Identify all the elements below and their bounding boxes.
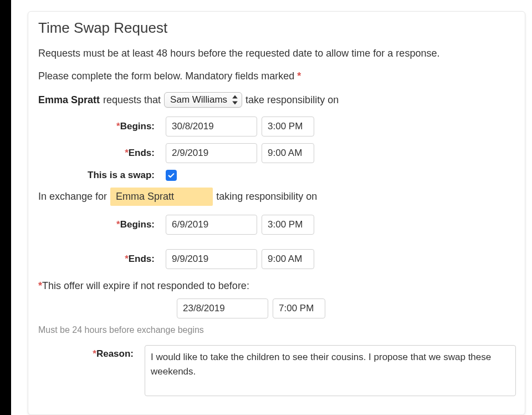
first-begins-row: *Begins: 30/8/2019 3:00 PM [38, 117, 516, 136]
expiry-label: *This offer will expire if not responded… [38, 280, 516, 292]
expiry-label-text: This offer will expire if not responded … [42, 280, 249, 291]
first-begins-date-input[interactable]: 30/8/2019 [166, 117, 257, 136]
first-ends-label: *Ends: [38, 148, 166, 159]
ends-label-text: Ends: [129, 148, 155, 158]
expiry-time-input[interactable]: 7:00 PM [273, 298, 325, 318]
exchange-name-highlight: Emma Spratt [110, 188, 213, 206]
request-part1: requests that [103, 94, 161, 106]
request-sentence: Emma Spratt requests that Sam Williams t… [38, 92, 516, 108]
expiry-hint: Must be 24 hours before exchange begins [38, 325, 516, 335]
request-part2: take responsibility on [245, 94, 339, 106]
second-begins-date-input[interactable]: 6/9/2019 [166, 215, 257, 235]
time-swap-card: Time Swap Request Requests must be at le… [28, 11, 525, 415]
is-swap-row: This is a swap: [38, 170, 516, 181]
page-title: Time Swap Request [38, 19, 516, 37]
helper-mandatory-text: Please complete the form below. Mandator… [38, 70, 297, 82]
asterisk-icon: * [125, 254, 129, 264]
second-begins-label: *Begins: [38, 219, 166, 230]
reason-label-text: Reason: [96, 348, 134, 359]
is-swap-checkbox[interactable] [166, 170, 177, 181]
first-begins-label: *Begins: [38, 121, 166, 132]
asterisk-icon: * [116, 219, 120, 230]
second-ends-date-input[interactable]: 9/9/2019 [166, 249, 257, 269]
is-swap-label: This is a swap: [38, 170, 166, 181]
begins-label-text-2: Begins: [120, 219, 155, 230]
check-icon [167, 171, 175, 179]
asterisk-icon: * [38, 280, 42, 291]
reason-textarea[interactable]: I would like to take the children to see… [145, 345, 516, 396]
first-begins-time-input[interactable]: 3:00 PM [262, 117, 314, 136]
responder-select-value: Sam Williams [170, 94, 227, 105]
responder-select[interactable]: Sam Williams [164, 92, 242, 108]
begins-label-text: Begins: [120, 121, 155, 131]
reason-label: *Reason: [38, 345, 145, 360]
exchange-pre: In exchange for [38, 191, 107, 203]
second-begins-time-input[interactable]: 3:00 PM [262, 215, 314, 235]
asterisk-icon: * [297, 70, 301, 82]
second-ends-row: *Ends: 9/9/2019 9:00 AM [38, 249, 516, 269]
first-ends-time-input[interactable]: 9:00 AM [262, 143, 314, 163]
expiry-date-input[interactable]: 23/8/2019 [177, 298, 268, 318]
asterisk-icon: * [116, 121, 120, 131]
ends-label-text-2: Ends: [129, 254, 155, 264]
exchange-post: taking responsibility on [216, 191, 317, 203]
helper-48-hours: Requests must be at least 48 hours befor… [38, 47, 516, 60]
requester-name: Emma Spratt [38, 94, 100, 106]
helper-mandatory: Please complete the form below. Mandator… [38, 69, 516, 83]
second-begins-row: *Begins: 6/9/2019 3:00 PM [38, 215, 516, 235]
first-ends-date-input[interactable]: 2/9/2019 [166, 143, 257, 163]
asterisk-icon: * [93, 348, 96, 359]
chevron-updown-icon [232, 95, 238, 105]
asterisk-icon: * [125, 148, 129, 158]
second-ends-time-input[interactable]: 9:00 AM [262, 249, 314, 269]
exchange-sentence: In exchange for Emma Spratt taking respo… [38, 188, 516, 206]
second-ends-label: *Ends: [38, 254, 166, 265]
left-margin [0, 0, 11, 415]
reason-row: *Reason: I would like to take the childr… [38, 345, 516, 396]
first-ends-row: *Ends: 2/9/2019 9:00 AM [38, 143, 516, 163]
expiry-row: 23/8/2019 7:00 PM [38, 298, 516, 318]
